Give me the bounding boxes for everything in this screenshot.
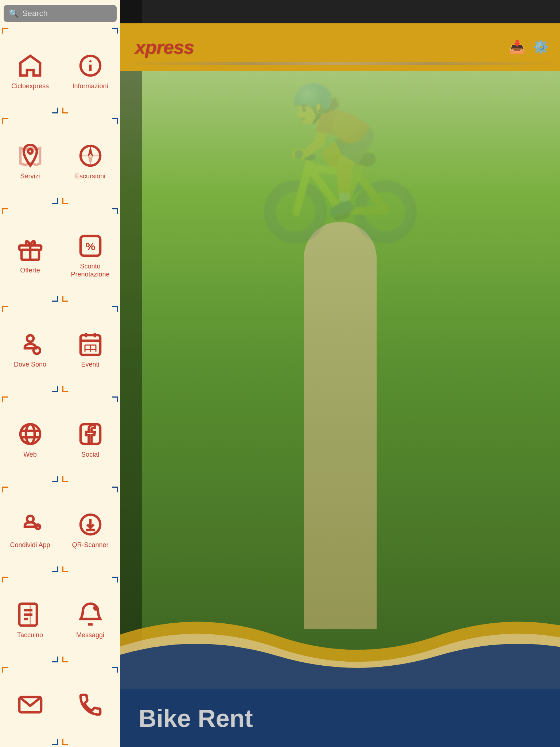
search-input[interactable] bbox=[22, 9, 112, 18]
phone-icon bbox=[77, 692, 104, 718]
sidebar-item-servizi[interactable]: Servizi bbox=[0, 116, 60, 206]
settings-icon[interactable]: ⚙️ bbox=[533, 39, 549, 55]
sidebar: 🔍 Cicloexpress Informazioni bbox=[0, 0, 120, 747]
sidebar-item-cicloexpress[interactable]: Cicloexpress bbox=[0, 26, 60, 116]
menu-grid: Cicloexpress Informazioni Servizi bbox=[0, 26, 120, 747]
svg-point-13 bbox=[27, 335, 34, 342]
svg-point-26 bbox=[26, 424, 35, 444]
bike-rent-text: Bike Rent bbox=[139, 704, 253, 732]
sidebar-item-condividi[interactable]: + Condividi App bbox=[0, 484, 60, 574]
bell-icon bbox=[77, 601, 104, 628]
header-bar: xpress 📥 ⚙️ bbox=[120, 23, 560, 71]
book-icon bbox=[17, 601, 43, 628]
globe-icon bbox=[17, 421, 43, 447]
sidebar-item-web[interactable]: Web bbox=[0, 394, 60, 484]
gift-icon bbox=[17, 237, 43, 263]
calendar-icon bbox=[77, 331, 104, 357]
svg-marker-5 bbox=[88, 147, 93, 156]
svg-point-14 bbox=[34, 347, 40, 354]
facebook-icon bbox=[77, 421, 104, 447]
svg-text:+: + bbox=[36, 523, 40, 530]
logo-underline bbox=[120, 62, 560, 65]
search-bar[interactable]: 🔍 bbox=[4, 5, 117, 22]
sidebar-item-dove-sono[interactable]: Dove Sono bbox=[0, 304, 60, 394]
sidebar-item-qr-scanner[interactable]: QR-Scanner bbox=[60, 484, 120, 574]
sidebar-item-phone[interactable] bbox=[60, 665, 120, 747]
social-label: Social bbox=[81, 451, 99, 459]
escursioni-label: Escursioni bbox=[75, 173, 105, 181]
svg-point-25 bbox=[20, 424, 40, 444]
person-location-icon bbox=[17, 331, 43, 357]
header-icons: 📥 ⚙️ bbox=[509, 39, 549, 55]
map-pin-icon bbox=[17, 143, 43, 169]
informazioni-label: Informazioni bbox=[72, 82, 108, 90]
home-icon bbox=[17, 53, 43, 79]
svg-text:%: % bbox=[85, 240, 95, 252]
svg-point-42 bbox=[93, 605, 98, 611]
offerte-label: Offerte bbox=[20, 267, 40, 275]
logo-text: xpress bbox=[135, 36, 194, 58]
sidebar-item-sconto[interactable]: % Sconto Prenotazione bbox=[60, 206, 120, 304]
qr-label: QR-Scanner bbox=[72, 541, 108, 549]
sidebar-item-mail[interactable] bbox=[0, 665, 60, 747]
sidebar-item-offerte[interactable]: Offerte bbox=[0, 206, 60, 304]
servizi-label: Servizi bbox=[20, 173, 40, 181]
dove-sono-label: Dove Sono bbox=[14, 361, 46, 369]
sidebar-item-informazioni[interactable]: Informazioni bbox=[60, 26, 120, 116]
sidebar-item-escursioni[interactable]: Escursioni bbox=[60, 116, 120, 206]
inbox-icon[interactable]: 📥 bbox=[509, 39, 525, 55]
sidebar-item-messaggi[interactable]: Messaggi bbox=[60, 574, 120, 665]
bike-rent-banner: Bike Rent bbox=[120, 689, 560, 747]
wave-decoration bbox=[120, 576, 560, 696]
messaggi-label: Messaggi bbox=[76, 631, 104, 639]
percent-icon: % bbox=[77, 233, 104, 259]
eventi-label: Eventi bbox=[81, 361, 99, 369]
search-icon: 🔍 bbox=[9, 9, 19, 18]
sidebar-item-eventi[interactable]: Eventi bbox=[60, 304, 120, 394]
web-label: Web bbox=[23, 451, 37, 459]
compass-icon bbox=[77, 143, 104, 169]
sidebar-item-social[interactable]: Social bbox=[60, 394, 120, 484]
mail-icon bbox=[17, 692, 43, 718]
taccuino-label: Taccuino bbox=[17, 631, 43, 639]
main-content: 🚴 xpress 📥 ⚙️ Bike Rent bbox=[120, 0, 560, 747]
condividi-label: Condividi App bbox=[10, 541, 50, 549]
svg-point-3 bbox=[28, 149, 32, 154]
qr-icon bbox=[77, 511, 104, 538]
info-icon bbox=[77, 53, 104, 79]
svg-point-2 bbox=[90, 61, 91, 62]
sconto-label: Sconto Prenotazione bbox=[71, 263, 109, 278]
sidebar-item-taccuino[interactable]: Taccuino bbox=[0, 574, 60, 665]
svg-marker-6 bbox=[88, 156, 93, 165]
share-icon: + bbox=[17, 511, 43, 538]
cicloexpress-label: Cicloexpress bbox=[11, 82, 49, 90]
